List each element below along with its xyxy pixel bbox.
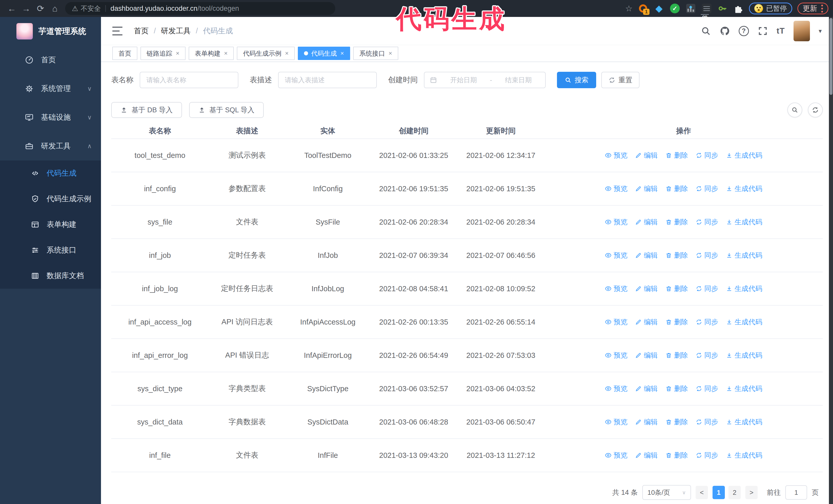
sidebar-item-3[interactable]: 基础设施∨	[0, 103, 101, 132]
page-button-2[interactable]: 2	[729, 486, 741, 499]
tab-4[interactable]: 代码生成示例×	[237, 47, 295, 60]
tab-3[interactable]: 表单构建×	[189, 47, 234, 60]
home-icon[interactable]: ⌂	[48, 4, 62, 14]
delete-link[interactable]: 删除	[665, 284, 688, 293]
help-icon[interactable]: ?	[739, 26, 749, 36]
delete-link[interactable]: 删除	[665, 151, 688, 160]
generate-code-link[interactable]: 生成代码	[726, 317, 762, 327]
close-icon[interactable]: ×	[176, 50, 180, 57]
sidebar-subitem-4[interactable]: 系统接口	[0, 237, 101, 263]
caret-down-icon[interactable]: ▾	[819, 27, 822, 34]
edit-link[interactable]: 编辑	[635, 184, 658, 193]
refresh-table-button[interactable]	[808, 102, 823, 117]
address-bar[interactable]: ⚠ 不安全 dashboard.yudao.iocoder.cn /tool/c…	[65, 2, 335, 15]
edit-link[interactable]: 编辑	[635, 151, 658, 160]
user-avatar[interactable]	[793, 21, 810, 41]
preview-link[interactable]: 预览	[605, 151, 627, 160]
sidebar-subitem-5[interactable]: 数据库文档	[0, 263, 101, 289]
import-sql-button[interactable]: 基于 SQL 导入	[189, 102, 264, 118]
delete-link[interactable]: 删除	[665, 451, 688, 460]
reload-icon[interactable]: ⟳	[33, 3, 48, 14]
extension-key-icon[interactable]	[717, 3, 728, 14]
sync-link[interactable]: 同步	[696, 317, 718, 327]
edit-link[interactable]: 编辑	[635, 251, 658, 260]
tab-6[interactable]: 系统接口×	[353, 47, 398, 60]
search-button[interactable]: 搜索	[557, 72, 596, 88]
extension-orange-icon[interactable]: 1	[638, 3, 648, 14]
breadcrumb-item-1[interactable]: 首页	[134, 26, 149, 36]
preview-link[interactable]: 预览	[605, 451, 627, 460]
edit-link[interactable]: 编辑	[635, 217, 658, 226]
tab-2[interactable]: 链路追踪×	[140, 47, 186, 60]
preview-link[interactable]: 预览	[605, 351, 627, 360]
generate-code-link[interactable]: 生成代码	[726, 451, 762, 460]
sync-link[interactable]: 同步	[696, 451, 718, 460]
forward-icon[interactable]: →	[19, 4, 33, 14]
prev-page-button[interactable]: <	[696, 486, 708, 499]
sync-link[interactable]: 同步	[696, 184, 718, 193]
extension-columns-icon[interactable]: ◆	[685, 3, 696, 14]
preview-link[interactable]: 预览	[605, 317, 627, 327]
extension-puzzle-icon[interactable]	[733, 3, 744, 14]
toggle-search-button[interactable]	[787, 102, 802, 117]
edit-link[interactable]: 编辑	[635, 417, 658, 427]
sync-link[interactable]: 同步	[696, 251, 718, 260]
extension-check-icon[interactable]: ✓	[669, 3, 680, 14]
extension-dark-icon[interactable]: on	[701, 3, 712, 14]
close-icon[interactable]: ×	[340, 50, 344, 57]
sidebar-subitem-1[interactable]: 代码生成	[0, 161, 101, 186]
preview-link[interactable]: 预览	[605, 184, 627, 193]
sidebar-toggle-icon[interactable]	[112, 27, 122, 35]
paused-badge[interactable]: 已暂停	[749, 3, 792, 14]
goto-page-input[interactable]	[785, 485, 807, 500]
delete-link[interactable]: 删除	[665, 184, 688, 193]
edit-link[interactable]: 编辑	[635, 451, 658, 460]
delete-link[interactable]: 删除	[665, 251, 688, 260]
edit-link[interactable]: 编辑	[635, 284, 658, 293]
delete-link[interactable]: 删除	[665, 417, 688, 427]
back-icon[interactable]: ←	[5, 4, 19, 14]
scrollbar-thumb[interactable]	[829, 18, 832, 95]
edit-link[interactable]: 编辑	[635, 317, 658, 327]
generate-code-link[interactable]: 生成代码	[726, 284, 762, 293]
update-button[interactable]: 更新	[798, 3, 828, 14]
edit-link[interactable]: 编辑	[635, 351, 658, 360]
sidebar-item-2[interactable]: 系统管理∨	[0, 74, 101, 103]
delete-link[interactable]: 删除	[665, 351, 688, 360]
generate-code-link[interactable]: 生成代码	[726, 184, 762, 193]
generate-code-link[interactable]: 生成代码	[726, 151, 762, 160]
generate-code-link[interactable]: 生成代码	[726, 251, 762, 260]
delete-link[interactable]: 删除	[665, 317, 688, 327]
preview-link[interactable]: 预览	[605, 417, 627, 427]
table-desc-input[interactable]	[278, 72, 377, 88]
sync-link[interactable]: 同步	[696, 417, 718, 427]
next-page-button[interactable]: >	[745, 486, 758, 499]
reset-button[interactable]: 重置	[601, 72, 640, 88]
close-icon[interactable]: ×	[224, 50, 228, 57]
delete-link[interactable]: 删除	[665, 217, 688, 226]
import-db-button[interactable]: 基于 DB 导入	[111, 102, 182, 118]
edit-link[interactable]: 编辑	[635, 384, 658, 393]
preview-link[interactable]: 预览	[605, 384, 627, 393]
date-range-input[interactable]: 开始日期 - 结束日期	[424, 72, 546, 88]
breadcrumb-item-2[interactable]: 研发工具	[161, 26, 191, 36]
kebab-menu-icon[interactable]	[821, 5, 823, 13]
generate-code-link[interactable]: 生成代码	[726, 351, 762, 360]
close-icon[interactable]: ×	[285, 50, 289, 57]
sync-link[interactable]: 同步	[696, 284, 718, 293]
sidebar-subitem-3[interactable]: 表单构建	[0, 212, 101, 237]
page-scrollbar[interactable]	[829, 17, 833, 504]
github-icon[interactable]	[720, 26, 730, 36]
generate-code-link[interactable]: 生成代码	[726, 417, 762, 427]
preview-link[interactable]: 预览	[605, 284, 627, 293]
table-name-input[interactable]	[140, 72, 238, 88]
sync-link[interactable]: 同步	[696, 351, 718, 360]
sidebar-item-4[interactable]: 研发工具∧	[0, 132, 101, 161]
sidebar-item-1[interactable]: 首页	[0, 46, 101, 74]
generate-code-link[interactable]: 生成代码	[726, 384, 762, 393]
sync-link[interactable]: 同步	[696, 384, 718, 393]
page-size-select[interactable]: 10条/页 ∨	[642, 485, 691, 500]
delete-link[interactable]: 删除	[665, 384, 688, 393]
preview-link[interactable]: 预览	[605, 251, 627, 260]
app-logo[interactable]: 芋道管理系统	[0, 17, 101, 46]
